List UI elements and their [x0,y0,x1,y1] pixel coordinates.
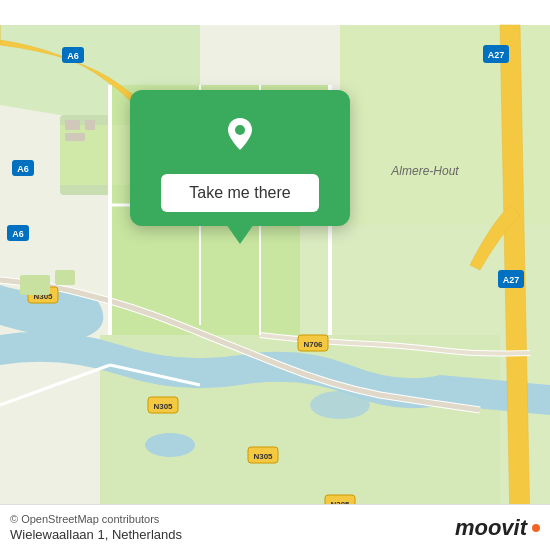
svg-text:A6: A6 [67,51,79,61]
moovit-logo: moovit [455,515,540,541]
svg-rect-44 [55,270,75,285]
map-background: A27 A27 A6 A6 A6 N305 N305 N305 N305 N70… [0,0,550,550]
svg-point-46 [235,125,245,135]
attribution: © OpenStreetMap contributors [10,513,182,525]
svg-rect-41 [85,120,95,130]
svg-text:A27: A27 [488,50,505,60]
moovit-text: moovit [455,515,527,541]
svg-point-10 [310,391,370,419]
address-label: Wielewaallaan 1, Netherlands [10,527,182,542]
svg-rect-43 [20,275,50,295]
svg-text:N706: N706 [303,340,323,349]
bottom-bar: © OpenStreetMap contributors Wielewaalla… [0,504,550,550]
svg-text:N305: N305 [253,452,273,461]
svg-text:A27: A27 [503,275,520,285]
svg-point-9 [145,433,195,457]
take-me-there-button[interactable]: Take me there [161,174,318,212]
svg-text:Almere-Hout: Almere-Hout [390,164,459,178]
svg-text:N305: N305 [153,402,173,411]
popup-card: Take me there [130,90,350,226]
svg-text:A6: A6 [12,229,24,239]
svg-text:A6: A6 [17,164,29,174]
svg-rect-42 [65,133,85,141]
moovit-dot [532,524,540,532]
map-container: A27 A27 A6 A6 A6 N305 N305 N305 N305 N70… [0,0,550,550]
location-pin-icon [214,108,266,160]
popup-tail [226,224,254,244]
svg-rect-40 [65,120,80,130]
